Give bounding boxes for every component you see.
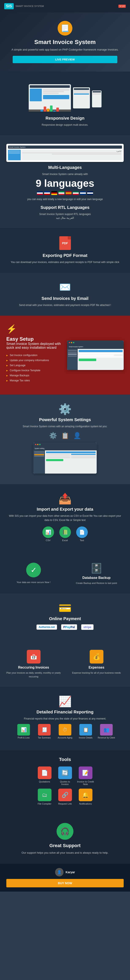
multilang-title: Multi-Languages: [6, 165, 124, 170]
import-section: 📤 Import and Export your data With SIS y…: [0, 484, 130, 554]
flag-it: [58, 191, 64, 195]
settings-section: ⚙️ Powerful System Settings Smart Invoic…: [0, 395, 130, 484]
recurring-feature: 📅 Reccuring Invoices Plan your invoices …: [4, 650, 63, 678]
tax-icon-box: 🧾: [38, 724, 51, 735]
setup-list: Set Invoice configuration Update your co…: [6, 353, 63, 383]
email-title: Send Invoices by Email: [6, 296, 124, 301]
profit-label: Profit & Loss: [18, 737, 30, 739]
secure-text: Your data are more secure Now !: [4, 581, 63, 584]
setup-section: ⚡ Easy Setup Smart Invoice System deploy…: [0, 316, 130, 395]
responsive-title: Responsive Design: [6, 116, 124, 121]
flag-nl: [80, 191, 86, 195]
header: SIS SMART INVOICE SYSTEM V 1.8: [0, 0, 130, 13]
report-tax: 🧾 Tax Summary: [35, 724, 54, 739]
author-name: Karyar: [66, 870, 75, 874]
author-avatar: 👤: [55, 868, 64, 877]
flag-pt: [87, 191, 93, 195]
recurring-title: Reccuring Invoices: [4, 666, 63, 670]
invoice-credit-label: Invoice to Credit Note: [77, 780, 95, 786]
text-icon: 📄 Text: [76, 527, 88, 542]
lang-count: 9 languages: [6, 178, 124, 189]
paypal-logo: PPayPal: [61, 624, 77, 630]
hero-subtitle: A simple and powerful web app based on P…: [6, 48, 124, 52]
report-aging: ⏱ Accounts Aging: [56, 724, 74, 739]
expenses-desc: Expense tracking for all of your busines…: [67, 671, 126, 675]
report-revenue: 👥 Revenue by Client: [97, 724, 116, 739]
excel-icon: 📗 Excel: [59, 527, 71, 542]
file-compiler-icon: 🗂: [38, 789, 51, 801]
setup-item-2: Update your company informations: [6, 358, 63, 363]
import-title: Import and Export your data: [6, 507, 124, 512]
hero-title: Smart Invoice System: [6, 39, 124, 46]
multilang-intro: Smart Invoice System came already with: [6, 172, 124, 176]
phone-mock: [92, 91, 101, 107]
settings-desc: Smart Invoice System comes with an amazi…: [6, 424, 124, 428]
logo-box: SIS: [4, 3, 14, 9]
backup-icon: 🗄️: [67, 563, 126, 574]
tool-invoice-credit: 📝 Invoice to Credit Note: [77, 767, 95, 786]
rtl-desc: Smart Invoice System support RTL languag…: [6, 212, 124, 216]
pdf-section: PDF Exporting PDF Format You can downloa…: [0, 228, 130, 273]
tools-title: Tools: [4, 757, 126, 762]
rtl-sample: العربية مثال جيد: [6, 216, 124, 220]
flag-de: [51, 191, 57, 195]
tool-quotes-to-invoice: 🔄 Quotes to Invoice: [56, 767, 74, 786]
recurring-expenses-row: 📅 Reccuring Invoices Plan your invoices …: [0, 641, 130, 687]
responsive-section: Responsive Design Responsive design supp…: [0, 72, 130, 135]
report-invoice: 📋 Invoice Details: [76, 724, 95, 739]
preview-button[interactable]: LIVE PREVIEW: [13, 56, 117, 63]
setup-item-3: Set Language: [6, 363, 63, 368]
logo-subtitle: SMART INVOICE SYSTEM: [15, 5, 44, 8]
invoice-icon-box: 📋: [79, 724, 92, 735]
gear-icon-2: 📋: [61, 432, 69, 439]
flag-us: [37, 191, 43, 195]
csv-icon: 📊 CSV: [42, 527, 54, 542]
tools-row-1: 📄 Quotations 🔄 Quotes to Invoice 📝 Invoi…: [4, 767, 126, 786]
support-desc: Our support helps you solve all your iss…: [6, 851, 124, 855]
settings-screen: System setting: [33, 442, 97, 474]
payment-icon: 💳: [6, 602, 124, 614]
quotes-invoice-label: Quotes to Invoice: [56, 780, 74, 786]
backup-desc: Create Backup and Restore to last point: [67, 581, 126, 585]
settings-icon: ⚙️: [6, 403, 124, 415]
revenue-icon-box: 👥: [100, 724, 113, 735]
backup-feature: 🗄️ Database Backup Create Backup and Res…: [67, 563, 126, 585]
check-icon: ✓: [26, 563, 41, 578]
laptop-mock: [29, 84, 71, 111]
tool-quotations: 📄 Quotations: [36, 767, 54, 786]
recurring-desc: Plan your invoices as daily, weekly, mon…: [4, 671, 63, 678]
payment-logos: Authorize.net PPayPal stripe: [6, 624, 124, 630]
hero-icon: 📃: [58, 21, 72, 36]
request-link-label: Request Link: [58, 802, 72, 805]
setup-item-6: Manage Tax rates: [6, 378, 63, 383]
tools-row-2: 🗂 File Compiler 🔗 Request Link 🔔 Notific…: [4, 789, 126, 805]
invoice-credit-icon: 📝: [79, 767, 92, 779]
flags-row: [6, 191, 124, 195]
setup-desc: Smart Invoice System deployed with quick…: [6, 342, 63, 350]
report-icons-row: 📊 Profit & Loss 🧾 Tax Summary ⏱ Accounts…: [6, 724, 124, 739]
responsive-desc: Responsive design support multi devices.: [6, 123, 124, 127]
support-icon: 🎧: [56, 823, 74, 840]
import-icon: 📤: [6, 493, 124, 505]
report-profit: 📊 Profit & Loss: [14, 724, 33, 739]
rtl-title: Support RTL Languages: [6, 205, 124, 210]
buy-button[interactable]: BUY NOW: [6, 879, 124, 887]
aging-label: Accounts Aging: [58, 737, 72, 739]
stripe-logo: stripe: [81, 624, 93, 630]
invoice-label: Invoice Details: [79, 737, 92, 739]
request-link-icon: 🔗: [58, 789, 72, 801]
setup-item-1: Set Invoice configuration: [6, 353, 63, 358]
profit-icon-box: 📊: [17, 724, 30, 735]
email-icon: ✉️: [58, 281, 72, 293]
payment-section: 💳 Online Payment Authorize.net PPayPal s…: [0, 593, 130, 641]
file-compiler-label: File Compiler: [38, 802, 51, 805]
email-section: ✉️ Send Invoices by Email Send email wit…: [0, 273, 130, 316]
quotations-label: Quotations: [39, 780, 50, 783]
multilang-desc: you can easy add totally a new language …: [6, 197, 124, 201]
reporting-icon: 📈: [6, 695, 124, 708]
support-section: 🎧 Great Support Our support helps you so…: [0, 815, 130, 864]
payment-title: Online Payment: [6, 616, 124, 621]
gear-icon-1: ⚙️: [49, 432, 57, 439]
setup-screen: Smart Invoice System: [67, 340, 124, 370]
flag-fr: [44, 191, 50, 195]
